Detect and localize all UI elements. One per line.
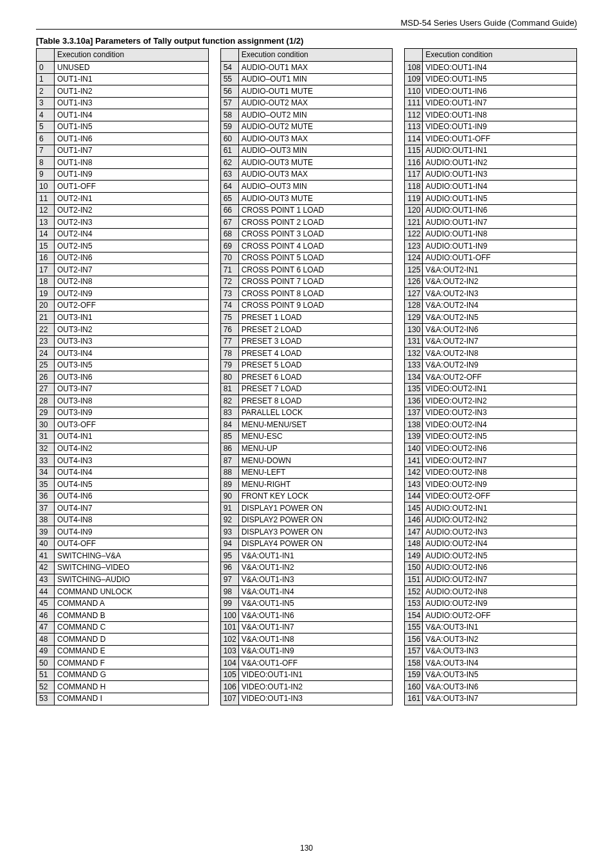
row-index: 127 <box>405 288 423 300</box>
table-row: 72CROSS POINT 7 LOAD <box>220 276 393 288</box>
row-condition: AUDIO-OUT2 MAX <box>238 97 393 109</box>
row-index: 122 <box>405 228 423 240</box>
row-index: 60 <box>220 133 238 145</box>
row-condition: OUT1-IN6 <box>55 133 209 145</box>
row-condition: MENU-DOWN <box>238 455 393 467</box>
col-header-blank <box>405 49 423 62</box>
param-table-1: Execution condition 0UNUSED1OUT1-IN12OUT… <box>36 48 209 705</box>
row-condition: V&A:OUT1-IN1 <box>238 550 393 562</box>
table-row: 64AUDIO–OUT3 MIN <box>220 181 393 193</box>
row-condition: AUDIO–OUT1 MIN <box>238 73 393 85</box>
row-condition: AUDIO:OUT1-IN6 <box>423 204 577 217</box>
row-condition: V&A:OUT1-IN7 <box>238 621 393 633</box>
table-row: 9OUT1-IN9 <box>37 168 209 181</box>
table-row: 105VIDEO:OUT1-IN1 <box>220 669 393 681</box>
table-row: 10OUT1-OFF <box>37 181 209 193</box>
table-row: 141VIDEO:OUT2-IN7 <box>405 455 577 467</box>
header-rule <box>36 29 577 30</box>
table-row: 66CROSS POINT 1 LOAD <box>220 204 393 217</box>
row-condition: OUT2-OFF <box>55 299 209 312</box>
row-index: 50 <box>37 657 55 669</box>
row-index: 27 <box>37 383 55 395</box>
row-condition: AUDIO:OUT2-IN4 <box>423 538 577 550</box>
table-row: 71CROSS POINT 6 LOAD <box>220 264 393 276</box>
row-condition: V&A:OUT3-IN1 <box>423 621 577 633</box>
table-row: 75PRESET 1 LOAD <box>220 312 393 324</box>
row-condition: OUT4-IN2 <box>55 443 209 455</box>
row-index: 54 <box>220 62 238 74</box>
row-index: 71 <box>220 264 238 276</box>
table-row: 11OUT2-IN1 <box>37 193 209 205</box>
row-index: 46 <box>37 610 55 622</box>
table-row: 70CROSS POINT 5 LOAD <box>220 252 393 264</box>
row-index: 9 <box>37 168 55 181</box>
table-row: 86MENU-UP <box>220 443 393 455</box>
table-row: 61AUDIO–OUT3 MIN <box>220 145 393 157</box>
row-condition: AUDIO:OUT2-IN3 <box>423 526 577 538</box>
col-header-condition: Execution condition <box>238 49 393 62</box>
row-condition: V&A:OUT2-IN4 <box>423 299 577 312</box>
row-condition: V&A:OUT1-IN2 <box>238 562 393 574</box>
table-row: 147AUDIO:OUT2-IN3 <box>405 526 577 538</box>
row-condition: AUDIO:OUT2-IN1 <box>423 502 577 515</box>
table-row: 146AUDIO:OUT2-IN2 <box>405 514 577 526</box>
row-index: 52 <box>37 681 55 693</box>
table-row: 34OUT4-IN4 <box>37 466 209 479</box>
row-condition: OUT2-IN1 <box>55 193 209 205</box>
table-row: 39OUT4-IN9 <box>37 526 209 538</box>
row-condition: COMMAND E <box>55 645 209 657</box>
table-row: 128V&A:OUT2-IN4 <box>405 299 577 312</box>
row-condition: PRESET 7 LOAD <box>238 383 393 395</box>
row-condition: AUDIO:OUT1-OFF <box>423 252 577 264</box>
row-index: 113 <box>405 121 423 133</box>
table-row: 135VIDEO:OUT2-IN1 <box>405 383 577 395</box>
table-column-1: Execution condition 0UNUSED1OUT1-IN12OUT… <box>36 48 209 705</box>
table-row: 96V&A:OUT1-IN2 <box>220 562 393 574</box>
row-index: 119 <box>405 193 423 205</box>
row-condition: OUT1-IN4 <box>55 109 209 121</box>
table-row: 17OUT2-IN7 <box>37 264 209 276</box>
table-row: 23OUT3-IN3 <box>37 335 209 348</box>
row-index: 79 <box>220 359 238 371</box>
row-condition: COMMAND G <box>55 669 209 681</box>
row-condition: OUT3-IN3 <box>55 335 209 348</box>
table-row: 139VIDEO:OUT2-IN5 <box>405 430 577 443</box>
table-row: 123AUDIO:OUT1-IN9 <box>405 240 577 252</box>
row-index: 6 <box>37 133 55 145</box>
row-condition: MENU-RIGHT <box>238 479 393 491</box>
row-condition: OUT1-IN2 <box>55 85 209 98</box>
row-condition: AUDIO:OUT1-IN7 <box>423 217 577 229</box>
row-index: 68 <box>220 228 238 240</box>
table-row: 50COMMAND F <box>37 657 209 669</box>
row-condition: OUT4-OFF <box>55 538 209 550</box>
row-condition: OUT4-IN6 <box>55 490 209 502</box>
col-header-condition: Execution condition <box>423 49 577 62</box>
row-index: 49 <box>37 645 55 657</box>
row-condition: V&A:OUT2-IN6 <box>423 324 577 336</box>
row-condition: AUDIO:OUT2-OFF <box>423 610 577 622</box>
row-index: 123 <box>405 240 423 252</box>
row-index: 116 <box>405 157 423 169</box>
row-index: 100 <box>220 610 238 622</box>
row-condition: VIDEO:OUT2-IN6 <box>423 443 577 455</box>
row-condition: OUT3-IN6 <box>55 371 209 384</box>
table-row: 153AUDIO:OUT2-IN9 <box>405 598 577 610</box>
row-condition: COMMAND A <box>55 598 209 610</box>
row-condition: AUDIO:OUT1-IN4 <box>423 181 577 193</box>
table-row: 15OUT2-IN5 <box>37 240 209 252</box>
table-row: 47COMMAND C <box>37 621 209 633</box>
table-row: 35OUT4-IN5 <box>37 479 209 491</box>
row-index: 64 <box>220 181 238 193</box>
row-condition: VIDEO:OUT2-IN2 <box>423 395 577 407</box>
table-row: 38OUT4-IN8 <box>37 514 209 526</box>
row-condition: OUT2-IN6 <box>55 252 209 264</box>
row-index: 95 <box>220 550 238 562</box>
row-index: 44 <box>37 586 55 598</box>
row-condition: AUDIO-OUT1 MAX <box>238 62 393 74</box>
row-condition: OUT3-IN7 <box>55 383 209 395</box>
table-row: 83PARALLEL LOCK <box>220 407 393 419</box>
row-index: 34 <box>37 466 55 479</box>
row-index: 43 <box>37 574 55 586</box>
row-index: 80 <box>220 371 238 384</box>
row-index: 2 <box>37 85 55 98</box>
